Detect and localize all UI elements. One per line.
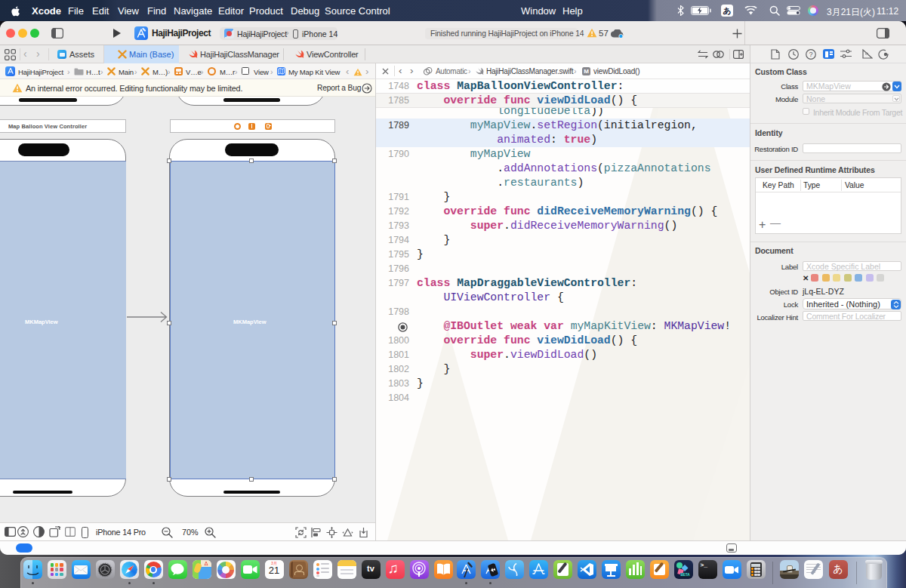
svg-text:?: ? (809, 51, 812, 58)
